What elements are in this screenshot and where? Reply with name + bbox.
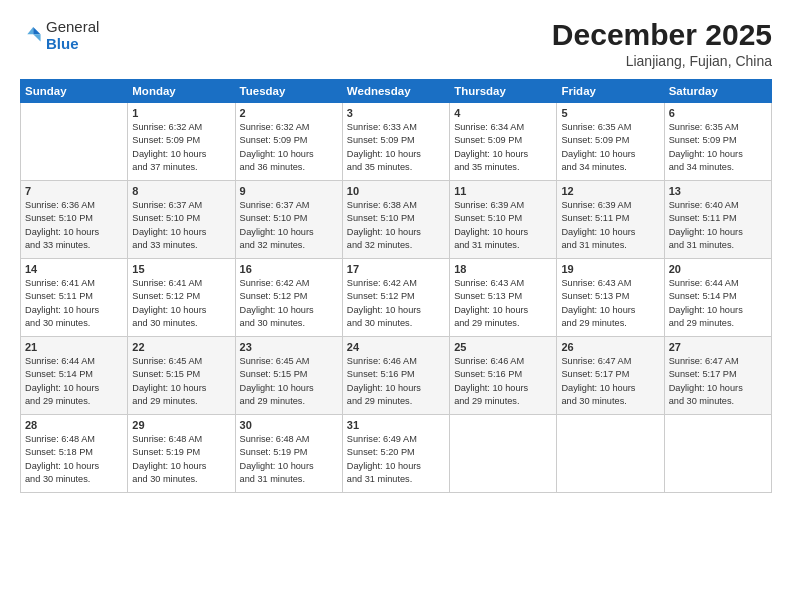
week-row-2: 14Sunrise: 6:41 AM Sunset: 5:11 PM Dayli… (21, 259, 772, 337)
day-number: 11 (454, 185, 552, 197)
calendar-cell: 14Sunrise: 6:41 AM Sunset: 5:11 PM Dayli… (21, 259, 128, 337)
logo-icon (20, 24, 42, 46)
calendar-cell: 29Sunrise: 6:48 AM Sunset: 5:19 PM Dayli… (128, 415, 235, 493)
calendar-cell: 27Sunrise: 6:47 AM Sunset: 5:17 PM Dayli… (664, 337, 771, 415)
day-number: 29 (132, 419, 230, 431)
day-number: 3 (347, 107, 445, 119)
day-number: 27 (669, 341, 767, 353)
weekday-header-sunday: Sunday (21, 80, 128, 103)
day-number: 30 (240, 419, 338, 431)
day-info: Sunrise: 6:44 AM Sunset: 5:14 PM Dayligh… (669, 277, 767, 330)
day-info: Sunrise: 6:37 AM Sunset: 5:10 PM Dayligh… (132, 199, 230, 252)
day-info: Sunrise: 6:42 AM Sunset: 5:12 PM Dayligh… (240, 277, 338, 330)
day-info: Sunrise: 6:46 AM Sunset: 5:16 PM Dayligh… (347, 355, 445, 408)
logo: General Blue (20, 18, 99, 53)
svg-marker-2 (27, 27, 33, 34)
calendar-cell: 10Sunrise: 6:38 AM Sunset: 5:10 PM Dayli… (342, 181, 449, 259)
month-title: December 2025 (552, 18, 772, 51)
calendar-cell: 9Sunrise: 6:37 AM Sunset: 5:10 PM Daylig… (235, 181, 342, 259)
day-number: 2 (240, 107, 338, 119)
calendar-cell: 19Sunrise: 6:43 AM Sunset: 5:13 PM Dayli… (557, 259, 664, 337)
weekday-header-row: SundayMondayTuesdayWednesdayThursdayFrid… (21, 80, 772, 103)
svg-marker-0 (33, 27, 40, 34)
day-number: 4 (454, 107, 552, 119)
day-info: Sunrise: 6:42 AM Sunset: 5:12 PM Dayligh… (347, 277, 445, 330)
day-number: 6 (669, 107, 767, 119)
day-number: 18 (454, 263, 552, 275)
day-info: Sunrise: 6:48 AM Sunset: 5:18 PM Dayligh… (25, 433, 123, 486)
calendar-cell: 28Sunrise: 6:48 AM Sunset: 5:18 PM Dayli… (21, 415, 128, 493)
day-number: 24 (347, 341, 445, 353)
day-number: 15 (132, 263, 230, 275)
logo-blue: Blue (46, 35, 99, 52)
weekday-header-friday: Friday (557, 80, 664, 103)
weekday-header-wednesday: Wednesday (342, 80, 449, 103)
week-row-3: 21Sunrise: 6:44 AM Sunset: 5:14 PM Dayli… (21, 337, 772, 415)
day-info: Sunrise: 6:37 AM Sunset: 5:10 PM Dayligh… (240, 199, 338, 252)
calendar-cell: 2Sunrise: 6:32 AM Sunset: 5:09 PM Daylig… (235, 103, 342, 181)
calendar-cell: 12Sunrise: 6:39 AM Sunset: 5:11 PM Dayli… (557, 181, 664, 259)
day-info: Sunrise: 6:47 AM Sunset: 5:17 PM Dayligh… (669, 355, 767, 408)
calendar-cell: 26Sunrise: 6:47 AM Sunset: 5:17 PM Dayli… (557, 337, 664, 415)
day-info: Sunrise: 6:41 AM Sunset: 5:12 PM Dayligh… (132, 277, 230, 330)
day-info: Sunrise: 6:34 AM Sunset: 5:09 PM Dayligh… (454, 121, 552, 174)
day-info: Sunrise: 6:40 AM Sunset: 5:11 PM Dayligh… (669, 199, 767, 252)
day-number: 21 (25, 341, 123, 353)
calendar-cell: 22Sunrise: 6:45 AM Sunset: 5:15 PM Dayli… (128, 337, 235, 415)
calendar-cell: 4Sunrise: 6:34 AM Sunset: 5:09 PM Daylig… (450, 103, 557, 181)
calendar-cell: 6Sunrise: 6:35 AM Sunset: 5:09 PM Daylig… (664, 103, 771, 181)
calendar-cell: 13Sunrise: 6:40 AM Sunset: 5:11 PM Dayli… (664, 181, 771, 259)
day-info: Sunrise: 6:48 AM Sunset: 5:19 PM Dayligh… (240, 433, 338, 486)
day-number: 28 (25, 419, 123, 431)
day-number: 23 (240, 341, 338, 353)
day-number: 10 (347, 185, 445, 197)
weekday-header-thursday: Thursday (450, 80, 557, 103)
calendar-cell (450, 415, 557, 493)
day-info: Sunrise: 6:46 AM Sunset: 5:16 PM Dayligh… (454, 355, 552, 408)
week-row-1: 7Sunrise: 6:36 AM Sunset: 5:10 PM Daylig… (21, 181, 772, 259)
location: Lianjiang, Fujian, China (552, 53, 772, 69)
calendar-cell: 1Sunrise: 6:32 AM Sunset: 5:09 PM Daylig… (128, 103, 235, 181)
day-info: Sunrise: 6:49 AM Sunset: 5:20 PM Dayligh… (347, 433, 445, 486)
header: General Blue December 2025 Lianjiang, Fu… (20, 18, 772, 69)
calendar-table: SundayMondayTuesdayWednesdayThursdayFrid… (20, 79, 772, 493)
day-number: 7 (25, 185, 123, 197)
weekday-header-saturday: Saturday (664, 80, 771, 103)
day-number: 12 (561, 185, 659, 197)
calendar-cell: 18Sunrise: 6:43 AM Sunset: 5:13 PM Dayli… (450, 259, 557, 337)
weekday-header-monday: Monday (128, 80, 235, 103)
calendar-cell: 3Sunrise: 6:33 AM Sunset: 5:09 PM Daylig… (342, 103, 449, 181)
day-info: Sunrise: 6:44 AM Sunset: 5:14 PM Dayligh… (25, 355, 123, 408)
calendar-cell: 5Sunrise: 6:35 AM Sunset: 5:09 PM Daylig… (557, 103, 664, 181)
day-info: Sunrise: 6:36 AM Sunset: 5:10 PM Dayligh… (25, 199, 123, 252)
calendar-cell: 17Sunrise: 6:42 AM Sunset: 5:12 PM Dayli… (342, 259, 449, 337)
day-info: Sunrise: 6:39 AM Sunset: 5:10 PM Dayligh… (454, 199, 552, 252)
calendar-cell: 8Sunrise: 6:37 AM Sunset: 5:10 PM Daylig… (128, 181, 235, 259)
day-number: 31 (347, 419, 445, 431)
logo-general: General (46, 18, 99, 35)
day-number: 22 (132, 341, 230, 353)
day-number: 5 (561, 107, 659, 119)
week-row-4: 28Sunrise: 6:48 AM Sunset: 5:18 PM Dayli… (21, 415, 772, 493)
calendar-cell: 15Sunrise: 6:41 AM Sunset: 5:12 PM Dayli… (128, 259, 235, 337)
calendar-cell: 23Sunrise: 6:45 AM Sunset: 5:15 PM Dayli… (235, 337, 342, 415)
day-number: 1 (132, 107, 230, 119)
calendar-cell: 31Sunrise: 6:49 AM Sunset: 5:20 PM Dayli… (342, 415, 449, 493)
day-info: Sunrise: 6:45 AM Sunset: 5:15 PM Dayligh… (132, 355, 230, 408)
day-info: Sunrise: 6:43 AM Sunset: 5:13 PM Dayligh… (454, 277, 552, 330)
day-info: Sunrise: 6:32 AM Sunset: 5:09 PM Dayligh… (240, 121, 338, 174)
calendar-cell: 24Sunrise: 6:46 AM Sunset: 5:16 PM Dayli… (342, 337, 449, 415)
title-block: December 2025 Lianjiang, Fujian, China (552, 18, 772, 69)
svg-marker-1 (33, 35, 40, 42)
day-number: 13 (669, 185, 767, 197)
day-info: Sunrise: 6:32 AM Sunset: 5:09 PM Dayligh… (132, 121, 230, 174)
calendar-cell (664, 415, 771, 493)
day-number: 9 (240, 185, 338, 197)
logo-text: General Blue (46, 18, 99, 53)
calendar-cell (557, 415, 664, 493)
day-info: Sunrise: 6:38 AM Sunset: 5:10 PM Dayligh… (347, 199, 445, 252)
calendar-cell: 11Sunrise: 6:39 AM Sunset: 5:10 PM Dayli… (450, 181, 557, 259)
day-info: Sunrise: 6:39 AM Sunset: 5:11 PM Dayligh… (561, 199, 659, 252)
calendar-page: General Blue December 2025 Lianjiang, Fu… (0, 0, 792, 612)
week-row-0: 1Sunrise: 6:32 AM Sunset: 5:09 PM Daylig… (21, 103, 772, 181)
